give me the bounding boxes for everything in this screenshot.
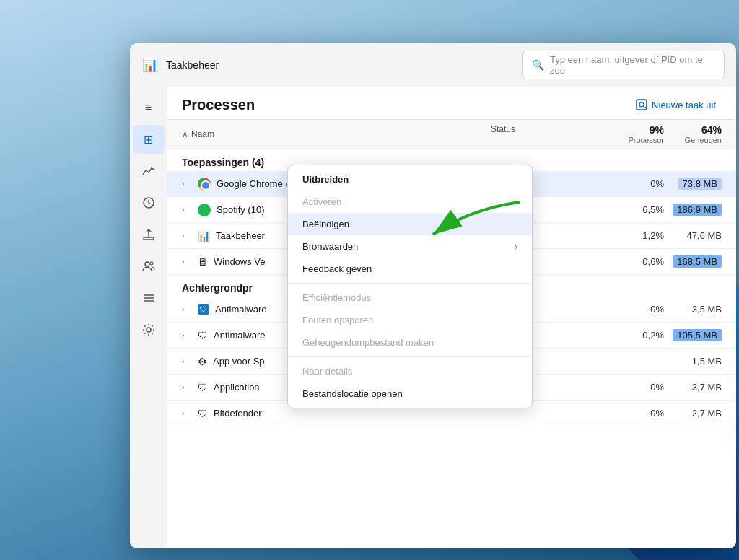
search-box[interactable]: 🔍 Typ een naam, uitgever of PID om te zo… — [522, 51, 725, 79]
expand-arrow-anti1[interactable]: › — [182, 305, 192, 313]
antimalware1-icon: 🛡 — [198, 304, 209, 315]
sidebar: ≡ ⊞ — [130, 87, 167, 548]
search-icon: 🔍 — [532, 59, 544, 71]
expand-arrow-app[interactable]: › — [182, 383, 192, 391]
chrome-icon — [198, 178, 211, 191]
ctx-fouten: Fouten opsporen — [288, 309, 532, 331]
svg-point-3 — [145, 262, 149, 266]
ctx-bronwaarden[interactable]: Bronwaarden › — [288, 235, 532, 258]
sort-arrow: ∧ — [182, 129, 188, 139]
processes-title: Processen — [182, 97, 255, 113]
sidebar-item-startup[interactable] — [133, 220, 165, 249]
process-label-application: Application — [214, 382, 260, 393]
taakbeheer-mem: 47,6 MB — [664, 230, 722, 241]
sidebar-item-processes[interactable]: ⊞ — [133, 125, 165, 154]
antimalware2-cpu: 0,2% — [606, 330, 664, 341]
ctx-feedback[interactable]: Feedback geven — [288, 258, 532, 280]
spotify-mem: 186,9 MB — [664, 204, 722, 216]
ctx-geheugendump: Geheugendumpbestand maken — [288, 331, 532, 354]
taakbeheer-cpu: 1,2% — [606, 230, 664, 241]
windowsve-mem: 168,5 MB — [664, 255, 722, 268]
col-cpu[interactable]: 9% Processor — [606, 124, 664, 144]
sidebar-item-services[interactable] — [133, 315, 165, 344]
svg-point-10 — [639, 102, 644, 107]
expand-arrow-windowsve[interactable]: › — [182, 258, 192, 266]
appvsp-mem: 1,5 MB — [664, 356, 722, 367]
process-label-appvsp: App voor Sp — [213, 356, 265, 367]
windowsve-cpu: 0,6% — [606, 256, 664, 267]
sidebar-item-performance[interactable] — [133, 157, 165, 185]
appvsp-icon: ⚙ — [198, 356, 207, 367]
ctx-bronwaarden-arrow: › — [515, 242, 517, 252]
process-label-bitdefender: Bitdefender — [214, 408, 262, 419]
window-title: Taakbeheer — [166, 59, 515, 71]
ctx-efficientie: Efficiëntiemodus — [288, 286, 532, 309]
application-mem: 3,7 MB — [664, 382, 722, 393]
antimalware2-mem: 105,5 MB — [664, 329, 722, 341]
ctx-uitbreiden[interactable]: Uitbreiden — [288, 168, 532, 191]
new-task-button[interactable]: Nieuwe taak uit — [630, 96, 722, 113]
process-label-antimalware1: Antimalware — [215, 304, 267, 315]
ctx-bestandslocatie[interactable]: Bestandslocatie openen — [288, 382, 532, 405]
bitdefender-mem: 2,7 MB — [664, 408, 722, 419]
process-label-windowsve: Windows Ve — [214, 256, 266, 267]
antimalware2-icon: 🛡 — [198, 330, 208, 341]
expand-arrow-bitdef[interactable]: › — [182, 409, 192, 417]
application-icon: 🛡 — [198, 382, 208, 393]
taskmanager-window: 📊 Taakbeheer 🔍 Typ een naam, uitgever of… — [130, 43, 736, 548]
ctx-beeindigen[interactable]: Beëindigen — [288, 213, 532, 235]
process-label-taakbeheer: Taakbeheer — [216, 230, 265, 241]
ctx-divider-1 — [288, 283, 532, 284]
expand-arrow-taakbeheer[interactable]: › — [182, 232, 192, 240]
process-label-spotify: Spotify (10) — [217, 204, 264, 215]
sidebar-item-details[interactable] — [133, 284, 165, 312]
context-menu: Uitbreiden Activeren Beëindigen Bronwaar… — [287, 165, 533, 408]
chrome-mem: 73,8 MB — [664, 178, 722, 190]
ctx-divider-2 — [288, 356, 532, 357]
svg-rect-2 — [144, 237, 154, 240]
process-name-bitdefender: › 🛡 Bitdefender — [182, 408, 491, 419]
spotify-icon — [198, 204, 211, 216]
processes-header: Processen Nieuwe taak uit — [167, 87, 736, 120]
sidebar-item-users[interactable] — [133, 252, 165, 281]
col-memory[interactable]: 64% Geheugen — [664, 124, 722, 144]
expand-arrow-spotify[interactable]: › — [182, 206, 192, 214]
sidebar-item-history[interactable] — [133, 188, 165, 217]
table-header: ∧ Naam Status 9% Processor 64% Geheugen — [167, 120, 736, 149]
taskmanager-icon: 📊 — [141, 56, 159, 74]
svg-point-4 — [150, 262, 153, 265]
new-task-label: Nieuwe taak uit — [652, 100, 716, 110]
antimalware1-cpu: 0% — [606, 304, 664, 315]
search-input[interactable]: Typ een naam, uitgever of PID om te zoe — [550, 54, 715, 76]
svg-rect-9 — [637, 100, 647, 110]
sidebar-item-hamburger[interactable]: ≡ — [133, 93, 165, 122]
spotify-cpu: 6,5% — [606, 204, 664, 215]
bitdefender-cpu: 0% — [606, 408, 664, 419]
bitdefender-icon: 🛡 — [198, 408, 208, 419]
svg-point-8 — [147, 328, 151, 332]
process-label-antimalware2: Antimalware — [214, 330, 266, 341]
application-cpu: 0% — [606, 382, 664, 393]
ctx-activeren: Activeren — [288, 191, 532, 213]
expand-arrow-anti2[interactable]: › — [182, 331, 192, 339]
taakbeheer-icon: 📊 — [198, 230, 210, 242]
process-label-chrome: Google Chrome (7) — [217, 178, 297, 189]
col-status: Status — [491, 124, 606, 144]
antimalware1-mem: 3,5 MB — [664, 304, 722, 315]
col-name[interactable]: ∧ Naam — [182, 124, 491, 144]
expand-arrow-chrome[interactable]: › — [182, 180, 192, 188]
title-bar: 📊 Taakbeheer 🔍 Typ een naam, uitgever of… — [130, 43, 736, 87]
expand-arrow-appvsp[interactable]: › — [182, 357, 192, 365]
chrome-cpu: 0% — [606, 178, 664, 189]
windowsve-icon: 🖥 — [198, 256, 208, 268]
ctx-details: Naar details — [288, 360, 532, 382]
